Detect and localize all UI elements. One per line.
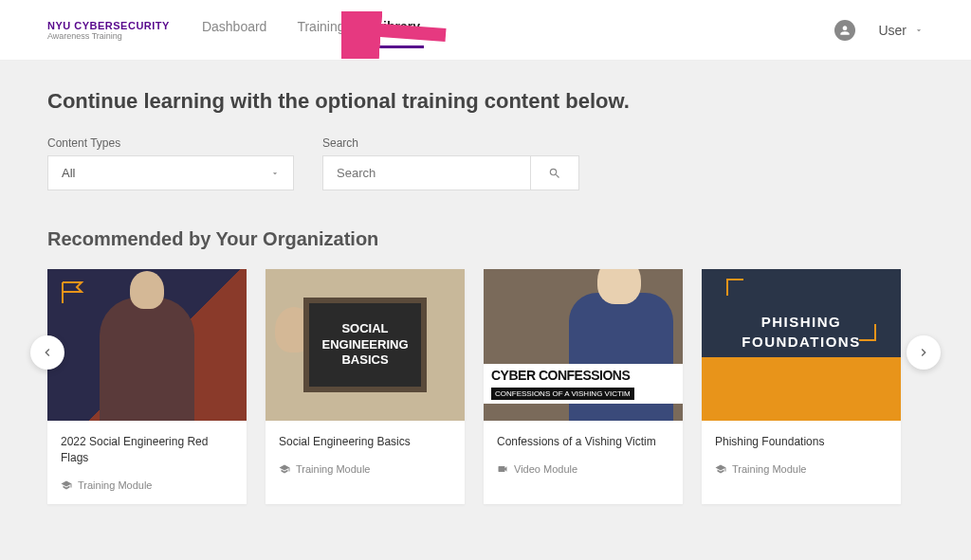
nav-library[interactable]: Library (371, 11, 423, 48)
user-area: User (834, 20, 924, 41)
chevron-right-icon (916, 345, 931, 360)
user-dropdown[interactable]: User (878, 23, 924, 38)
card-thumbnail: SOCIAL ENGINEERING BASICS (266, 269, 465, 421)
overlay-subtitle: CONFESSIONS OF A VISHING VICTIM (491, 388, 634, 400)
card-title: Social Engineering Basics (279, 434, 451, 450)
card-title: Phishing Foundations (715, 434, 888, 450)
graduation-cap-icon (715, 463, 726, 475)
content-types-filter: Content Types All (47, 136, 294, 190)
card-item[interactable]: SOCIAL ENGINEERING BASICS Social Enginee… (266, 269, 465, 504)
carousel: 2022 Social Engineering Red Flags Traini… (47, 269, 924, 504)
person-icon (838, 24, 852, 37)
header: NYU CYBERSECURITY Awareness Training Das… (0, 0, 971, 61)
corner-decoration (726, 279, 743, 296)
card-title: Confessions of a Vishing Victim (497, 434, 669, 450)
card-type-label: Video Module (514, 463, 577, 475)
pf-line2: FOUNDATIONS (742, 334, 860, 350)
search-icon (548, 167, 561, 180)
carousel-next-button[interactable] (907, 335, 941, 370)
card-item[interactable]: 2022 Social Engineering Red Flags Traini… (47, 269, 247, 504)
cards-row: 2022 Social Engineering Red Flags Traini… (47, 269, 924, 504)
card-thumbnail (47, 269, 247, 421)
thumbnail-text: PHISHING FOUNDATIONS (742, 312, 860, 352)
search-filter: Search (322, 136, 579, 190)
video-icon (497, 463, 508, 475)
card-thumbnail: CYBER CONFESSIONS CONFESSIONS OF A VISHI… (484, 269, 683, 421)
search-button[interactable] (531, 155, 579, 190)
user-label: User (878, 23, 907, 38)
card-type-label: Training Module (732, 463, 806, 475)
section-title: Recommended by Your Organization (47, 228, 924, 250)
card-type: Training Module (279, 463, 451, 475)
corner-decoration (859, 324, 876, 341)
content-types-label: Content Types (47, 136, 294, 150)
person-silhouette (100, 298, 194, 421)
search-group (322, 155, 579, 190)
card-type-label: Training Module (296, 463, 370, 475)
carousel-prev-button[interactable] (30, 335, 64, 370)
card-body: Social Engineering Basics Training Modul… (266, 421, 465, 488)
content-types-select[interactable]: All (47, 155, 294, 190)
logo: NYU CYBERSECURITY Awareness Training (47, 20, 170, 41)
filters: Content Types All Search (47, 136, 924, 190)
card-type: Training Module (61, 479, 233, 491)
card-type-label: Training Module (78, 479, 152, 491)
nav-training[interactable]: Training (293, 11, 348, 48)
content-types-value: All (62, 166, 75, 180)
card-type: Training Module (715, 463, 888, 475)
nav-dashboard[interactable]: Dashboard (198, 11, 271, 48)
overlay-title: CYBER CONFESSIONS (491, 368, 675, 383)
card-title: 2022 Social Engineering Red Flags (61, 434, 233, 466)
graduation-cap-icon (279, 463, 290, 475)
card-body: Phishing Foundations Training Module (702, 421, 901, 488)
card-item[interactable]: CYBER CONFESSIONS CONFESSIONS OF A VISHI… (484, 269, 683, 504)
card-item[interactable]: PHISHING FOUNDATIONS Phishing Foundation… (702, 269, 901, 504)
chevron-left-icon (40, 345, 55, 360)
card-body: 2022 Social Engineering Red Flags Traini… (47, 421, 247, 504)
logo-title: NYU CYBERSECURITY (47, 20, 170, 31)
search-label: Search (322, 136, 579, 150)
caret-down-icon (270, 169, 280, 178)
thumbnail-overlay: CYBER CONFESSIONS CONFESSIONS OF A VISHI… (484, 364, 683, 404)
content: Continue learning with the optional trai… (0, 61, 971, 560)
main-nav: Dashboard Training Library (198, 11, 424, 48)
search-input[interactable] (322, 155, 531, 190)
page-title: Continue learning with the optional trai… (47, 89, 924, 114)
flag-icon (59, 280, 87, 305)
graduation-cap-icon (61, 479, 72, 491)
pf-line1: PHISHING (761, 314, 842, 330)
logo-subtitle: Awareness Training (47, 31, 170, 41)
card-thumbnail: PHISHING FOUNDATIONS (702, 269, 901, 421)
user-avatar-icon[interactable] (834, 20, 855, 41)
card-body: Confessions of a Vishing Victim Video Mo… (484, 421, 683, 488)
card-type: Video Module (497, 463, 669, 475)
chalkboard-text: SOCIAL ENGINEERING BASICS (317, 321, 413, 370)
chalkboard: SOCIAL ENGINEERING BASICS (303, 298, 427, 392)
caret-down-icon (914, 26, 924, 35)
